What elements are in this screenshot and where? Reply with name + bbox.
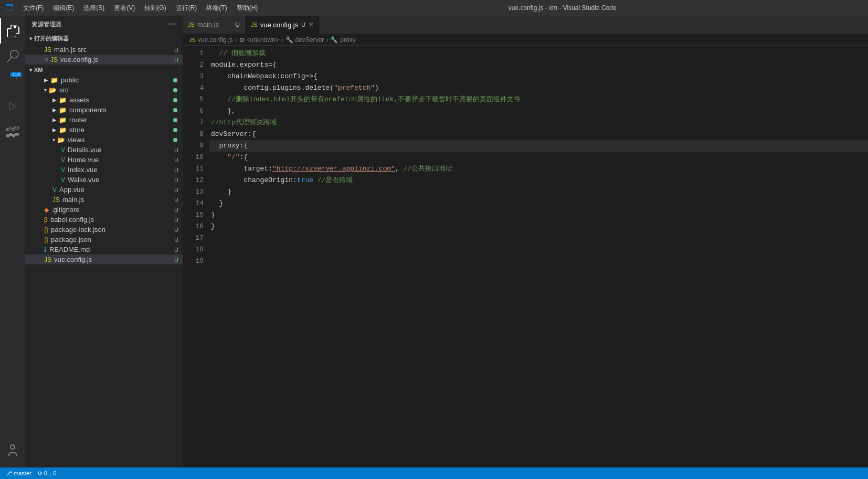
folder-router[interactable]: ▶ 📁 router — [25, 115, 183, 125]
activity-explorer[interactable] — [0, 18, 25, 44]
vscode-logo-icon: 🗖 — [5, 3, 14, 13]
menu-view[interactable]: 查看(V) — [110, 3, 139, 14]
js-tab-icon: JS — [188, 22, 195, 28]
bc-filename: vue.config.js — [198, 36, 233, 44]
activity-bar: 418 — [0, 16, 25, 467]
breadcrumb: JS vue.config.js › ⊙ <unknown> › 🔧 devSe… — [183, 34, 868, 46]
sidebar-content: ▾ 打开的编辑器 JS main.js src U ✕ JS vue.confi… — [25, 33, 183, 467]
folder-icon: 📁 — [59, 107, 67, 114]
menu-bar[interactable]: 文件(F) 编辑(E) 选择(S) 查看(V) 转到(G) 运行(R) 终端(T… — [19, 3, 262, 14]
folder-store[interactable]: ▶ 📁 store — [25, 125, 183, 135]
tab-vue-config-label: vue.config.js — [260, 21, 298, 29]
menu-terminal[interactable]: 终端(T) — [202, 3, 231, 14]
file-readme[interactable]: ℹ README.md U — [25, 244, 183, 254]
project-section[interactable]: ▾ XM — [25, 65, 183, 75]
sidebar-title: 资源管理器 ⋯ — [25, 16, 183, 33]
open-editor-vue-config[interactable]: ✕ JS vue.config.js U — [25, 55, 183, 65]
folder-components[interactable]: ▶ 📁 components — [25, 105, 183, 115]
file-waike-vue[interactable]: V Waike.vue U — [25, 175, 183, 185]
js-tab-icon: JS — [251, 22, 258, 28]
editor-area: JS main.js U JS vue.config.js U ✕ JS vue… — [183, 16, 868, 467]
main-layout: 418 资源管理器 ⋯ — [0, 16, 868, 467]
file-package-lock[interactable]: {} package-lock.json U — [25, 225, 183, 235]
code-line-4: config.plugins.delete("prefetch") — [209, 82, 868, 94]
close-icon[interactable]: ✕ — [44, 57, 48, 62]
title-bar: 🗖 文件(F) 编辑(E) 选择(S) 查看(V) 转到(G) 运行(R) 终端… — [0, 0, 868, 16]
activity-account[interactable] — [0, 437, 25, 462]
sync-icon[interactable]: ⟳ 0 ↓ 0 — [38, 470, 57, 477]
sidebar-header-actions[interactable]: ⋯ — [168, 20, 176, 28]
activity-search[interactable] — [0, 44, 25, 69]
bc-proxy: proxy — [340, 36, 355, 44]
bc-devserver-icon: 🔧 — [285, 36, 293, 44]
sidebar: 资源管理器 ⋯ ▾ 打开的编辑器 JS main.js src U ✕ JS v… — [25, 16, 183, 467]
js-file-icon: JS — [44, 256, 51, 263]
file-details-vue[interactable]: V Details.vue U — [25, 145, 183, 155]
code-line-6: }, — [209, 105, 868, 117]
status-bar: ⎇ master ⟳ 0 ↓ 0 — [0, 467, 868, 479]
file-package-json[interactable]: {} package.json U — [25, 235, 183, 244]
bc-unknown: <unknown> — [247, 36, 279, 44]
branch-icon[interactable]: ⎇ master — [5, 470, 31, 477]
code-line-5: //删除index.html开头的带有prefetch属性的link,不要异步下… — [209, 94, 868, 105]
menu-goto[interactable]: 转到(G) — [140, 3, 170, 14]
code-line-12: changeOrigin:true //是否跨域 — [209, 175, 868, 186]
activity-run[interactable] — [0, 94, 25, 119]
menu-help[interactable]: 帮助(H) — [232, 3, 262, 14]
code-line-14: } — [209, 198, 868, 209]
line-numbers: 12345 678910 1112131415 16171819 — [183, 46, 209, 467]
babel-file-icon: β — [44, 216, 48, 223]
open-editor-main-js[interactable]: JS main.js src U — [25, 45, 183, 55]
tab-close-icon[interactable]: ✕ — [309, 21, 314, 28]
code-line-19 — [209, 256, 868, 267]
vue-file-icon: V — [61, 146, 65, 154]
file-vue-config[interactable]: JS vue.config.js U — [25, 254, 183, 264]
vue-file-icon: V — [52, 186, 57, 194]
tabs-bar: JS main.js U JS vue.config.js U ✕ — [183, 16, 868, 34]
editor-content[interactable]: 12345 678910 1112131415 16171819 // 彻底懒加… — [183, 46, 868, 467]
source-control-badge: 418 — [10, 72, 22, 77]
file-app-vue[interactable]: V App.vue U — [25, 185, 183, 195]
folder-src[interactable]: ▾ 📂 src — [25, 85, 183, 95]
menu-run[interactable]: 运行(R) — [172, 3, 202, 14]
bc-unknown-icon: ⊙ — [239, 36, 245, 44]
activity-extensions[interactable] — [0, 119, 25, 144]
code-line-17 — [209, 232, 868, 244]
json-file-icon: {} — [44, 236, 48, 243]
code-line-15: } — [209, 209, 868, 221]
json-file-icon: {} — [44, 226, 48, 233]
chevron-down-icon: ▾ — [29, 67, 32, 73]
file-gitignore[interactable]: ◆ .gitignore U — [25, 205, 183, 215]
activity-source-control[interactable]: 418 — [0, 69, 25, 94]
code-line-10: "/":{ — [209, 152, 868, 163]
menu-edit[interactable]: 编辑(E) — [49, 3, 78, 14]
folder-assets[interactable]: ▶ 📁 assets — [25, 95, 183, 105]
code-line-7: //http代理解决跨域 — [209, 117, 868, 129]
tab-vue-config-js[interactable]: JS vue.config.js U ✕ — [246, 16, 320, 34]
vue-file-icon: V — [61, 156, 65, 164]
new-file-icon[interactable]: ⋯ — [168, 20, 176, 28]
menu-select[interactable]: 选择(S) — [79, 3, 109, 14]
tab-modified-badge: U — [235, 21, 240, 28]
js-file-icon: JS — [52, 196, 60, 204]
code-line-1: // 彻底懒加载 — [209, 48, 868, 59]
menu-file[interactable]: 文件(F) — [19, 3, 48, 14]
open-editors-section[interactable]: ▾ 打开的编辑器 — [25, 33, 183, 45]
folder-views[interactable]: ▾ 📂 views — [25, 135, 183, 145]
tab-main-js[interactable]: JS main.js U — [183, 16, 246, 34]
file-main-js[interactable]: JS main.js U — [25, 195, 183, 205]
folder-open-icon: 📂 — [57, 136, 65, 144]
code-line-9: proxy:{ — [209, 140, 868, 152]
chevron-down-icon: ▾ — [29, 36, 32, 41]
vue-file-icon: V — [61, 176, 65, 184]
vue-file-icon: V — [61, 166, 65, 174]
bc-devserver: devServer — [295, 36, 324, 44]
folder-public[interactable]: ▶ 📁 public — [25, 75, 183, 85]
code-line-2: module.exports={ — [209, 59, 868, 71]
code-editor[interactable]: // 彻底懒加载 module.exports={ chainWebpack:c… — [209, 46, 868, 467]
file-home-vue[interactable]: V Home.vue U — [25, 155, 183, 165]
code-line-13: } — [209, 186, 868, 198]
file-babel-config[interactable]: β babel.config.js U — [25, 215, 183, 225]
file-index-vue[interactable]: V Index.vue U — [25, 165, 183, 175]
js-file-icon: JS — [50, 56, 58, 63]
